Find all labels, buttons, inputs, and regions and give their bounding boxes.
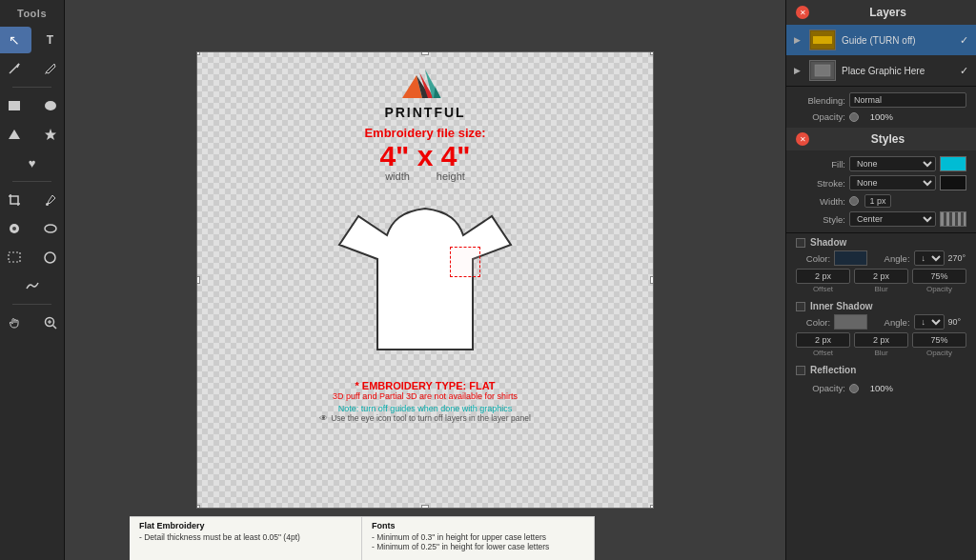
width-label: Width:: [796, 196, 845, 207]
heart-tool[interactable]: ♥: [15, 150, 50, 176]
layers-header: ✕ Layers: [786, 0, 976, 25]
toolbar-title: Tools: [17, 8, 47, 19]
canvas-container[interactable]: PRINTFUL Embroidery file size: 4" x 4" w…: [196, 51, 654, 509]
styles-props: Fill: None Stroke: None Width:: [786, 150, 976, 232]
crop-tool[interactable]: [0, 187, 31, 213]
reflection-checkbox[interactable]: [796, 366, 805, 375]
circle-stroke-tool[interactable]: [33, 244, 68, 270]
canvas-area: PRINTFUL Embroidery file size: 4" x 4" w…: [65, 0, 785, 560]
inner-shadow-offset-sub: Offset: [813, 349, 833, 357]
layer-check-guide: ✓: [960, 34, 968, 47]
stroke-color-swatch[interactable]: [940, 175, 966, 190]
svg-point-9: [45, 252, 55, 263]
layer-chevron-graphic: ▶: [794, 66, 803, 75]
inner-shadow-opacity-col: Opacity: [912, 332, 966, 357]
inner-shadow-blur-input[interactable]: [854, 332, 908, 348]
inner-shadow-angle-select[interactable]: ↓: [914, 314, 945, 330]
shadow-offset-input[interactable]: [796, 269, 850, 284]
opacity-dot[interactable]: [849, 112, 859, 122]
inner-shadow-color-label: Color:: [796, 317, 830, 328]
oval-tool[interactable]: [33, 215, 68, 242]
svg-rect-20: [813, 36, 832, 44]
emb-type: * EMBROIDERY TYPE: FLAT: [355, 380, 495, 391]
inner-shadow-header: Inner Shadow: [796, 301, 966, 311]
opacity-bottom-dot[interactable]: [849, 384, 859, 393]
styles-close-btn[interactable]: ✕: [796, 132, 809, 146]
layer-label-guide: Guide (TURN off): [842, 35, 954, 46]
inner-shadow-checkbox[interactable]: [796, 302, 805, 311]
shadow-label: Shadow: [810, 237, 846, 248]
reflection-section: Reflection: [786, 361, 976, 379]
stroke-select[interactable]: None: [849, 175, 936, 190]
shadow-color-label: Color:: [796, 253, 830, 264]
eye-icon: 👁: [319, 413, 328, 423]
fill-color-swatch[interactable]: [940, 156, 966, 171]
styles-title: Styles: [809, 132, 966, 146]
fill-tool[interactable]: [0, 215, 31, 242]
height-label: height: [437, 170, 465, 182]
guide-note: Note: turn off guides when done with gra…: [338, 404, 512, 413]
layers-section: ✕ Layers ▶ Guide (TURN off) ✓ ▶: [786, 0, 976, 87]
cursor-tool[interactable]: ↖: [0, 27, 31, 53]
opacity-value: 100%: [863, 111, 893, 122]
shadow-opacity-input[interactable]: [912, 269, 966, 284]
selection-tool[interactable]: [0, 244, 31, 270]
shadow-offset-col: Offset: [796, 269, 850, 293]
tshirt-svg: [330, 188, 520, 378]
layer-label-graphic: Place Graphic Here: [842, 66, 954, 76]
inner-shadow-angle-label: Angle:: [875, 317, 909, 328]
width-dot[interactable]: [849, 196, 859, 206]
triangle-tool[interactable]: [0, 121, 31, 148]
opacity-bottom-label: Opacity:: [796, 383, 845, 393]
style-preview: [940, 211, 966, 227]
layers-close-btn[interactable]: ✕: [796, 6, 809, 19]
blending-select[interactable]: Normal: [849, 92, 966, 108]
text-tool[interactable]: T: [33, 27, 68, 53]
inner-shadow-offset-input[interactable]: [796, 332, 850, 348]
emb-title: Embroidery file size:: [364, 126, 485, 140]
layer-thumb-guide-svg: [811, 31, 834, 49]
tool-separator-2: [12, 181, 51, 182]
eye-note-text: Use the eye icon tool to turn off layers…: [331, 413, 531, 423]
layer-thumb-graphic-svg: [811, 62, 834, 79]
graphic-placeholder: [450, 247, 480, 277]
tshirt-container: [330, 188, 520, 378]
style-select[interactable]: Center: [849, 211, 936, 227]
toolbar: Tools ↖ T: [0, 0, 65, 560]
layer-item-guide[interactable]: ▶ Guide (TURN off) ✓: [786, 25, 976, 55]
zoom-tool[interactable]: [33, 310, 68, 336]
svg-point-1: [45, 101, 56, 110]
shadow-blur-col: Blur: [854, 269, 908, 293]
ellipse-tool[interactable]: [33, 92, 68, 119]
inner-shadow-opacity-input[interactable]: [912, 332, 966, 348]
opacity-label: Opacity:: [796, 111, 845, 122]
layer-item-graphic[interactable]: ▶ Place Graphic Here ✓: [786, 55, 976, 86]
layers-title: Layers: [809, 6, 966, 19]
pencil-tool[interactable]: [33, 55, 68, 82]
inner-shadow-color-swatch[interactable]: [834, 314, 867, 330]
shadow-offset-sub: Offset: [813, 285, 833, 293]
shadow-angle-value: 270°: [948, 253, 966, 263]
fill-row: Fill: None: [796, 156, 966, 171]
star-tool[interactable]: [33, 121, 68, 148]
layer-chevron-guide: ▶: [794, 35, 803, 45]
shadow-angle-select[interactable]: ↓: [914, 250, 945, 266]
eyedropper-tool[interactable]: [33, 187, 68, 213]
fill-label: Fill:: [796, 159, 845, 170]
fill-select[interactable]: None: [849, 156, 936, 171]
width-input[interactable]: [864, 194, 891, 208]
svg-point-4: [46, 203, 49, 206]
width-label: width: [385, 170, 410, 182]
shadow-checkbox[interactable]: [796, 238, 805, 248]
styles-header: ✕ Styles: [786, 128, 976, 150]
shadow-offset-row: Offset Blur Opacity: [796, 269, 966, 293]
brush-tool[interactable]: [15, 272, 50, 299]
pen-tool[interactable]: [0, 55, 31, 82]
shadow-color-swatch[interactable]: [834, 250, 867, 266]
hand-tool[interactable]: [0, 310, 31, 336]
emb-sub: 3D puff and Partial 3D are not available…: [333, 391, 518, 401]
shadow-blur-input[interactable]: [854, 269, 908, 284]
rect-tool[interactable]: [0, 92, 31, 119]
svg-point-6: [12, 227, 16, 230]
right-panel: ✕ Layers ▶ Guide (TURN off) ✓ ▶: [785, 0, 976, 560]
